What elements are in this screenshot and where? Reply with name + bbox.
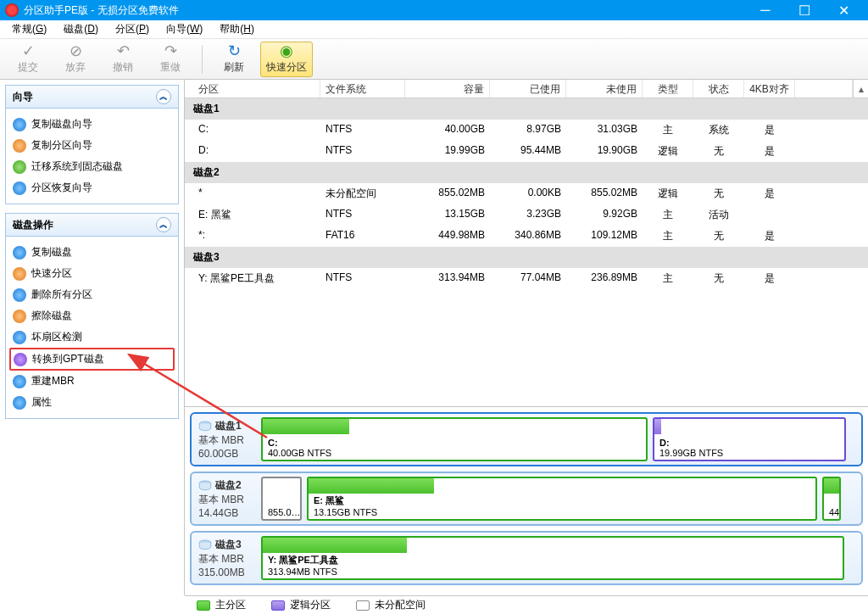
diskops-panel: 磁盘操作 ︽ 复制磁盘快速分区删除所有分区擦除磁盘坏扇区检测转换到GPT磁盘重建… [5,213,179,419]
sidebar-item-label: 坏扇区检测 [31,330,82,344]
sidebar-item-icon [13,310,26,323]
sidebar: 向导 ︽ 复制磁盘向导复制分区向导迁移系统到固态磁盘分区恢复向导 磁盘操作 ︽ … [0,80,185,595]
globe-icon: ◉ [280,43,293,59]
panel-title: 磁盘操作 [13,218,53,232]
col-capacity[interactable]: 容量 [405,80,490,98]
partition-row[interactable]: D:NTFS19.99GB95.44MB19.90GB逻辑无是 [185,141,868,162]
sidebar-item[interactable]: 重建MBR [9,371,175,392]
chevron-up-icon[interactable]: ︽ [156,89,171,104]
sidebar-item-icon [13,118,26,131]
partition-bar[interactable]: C:40.00GB NTFS [261,417,648,461]
wizard-panel: 向导 ︽ 复制磁盘向导复制分区向导迁移系统到固态磁盘分区恢复向导 [5,85,179,204]
scroll-up-button[interactable]: ▴ [853,80,868,98]
col-filesystem[interactable]: 文件系统 [320,80,405,98]
diskops-panel-header[interactable]: 磁盘操作 ︽ [6,214,178,237]
sidebar-item[interactable]: 属性 [9,392,175,413]
discard-icon: ⊘ [70,43,82,59]
sidebar-item-icon [13,139,26,153]
partition-row[interactable]: *:FAT16449.98MB340.86MB109.12MB主无是 [185,226,868,247]
sidebar-item-label: 迁移系统到固态磁盘 [31,159,123,174]
partition-row[interactable]: *未分配空间855.02MB0.00KB855.02MB逻辑无是 [185,183,868,204]
partition-row[interactable]: E: 黑鲨NTFS13.15GB3.23GB9.92GB主活动 [185,204,868,226]
discard-button[interactable]: ⊘放弃 [54,42,97,77]
disk-info: 磁盘1基本 MBR60.00GB [195,417,256,461]
sidebar-item-icon [13,396,26,410]
quick-partition-button[interactable]: ◉快速分区 [260,42,313,77]
disk-icon: 磁盘1 [198,419,256,433]
window-title: 分区助手PE版 - 无损分区免费软件 [24,3,746,18]
menu-g[interactable]: 常规(G) [3,22,55,36]
sidebar-item-icon [13,160,26,174]
partition-row[interactable]: Y: 黑鲨PE工具盘NTFS313.94MB77.04MB236.89MB主无是 [185,268,868,289]
menu-d[interactable]: 磁盘(D) [55,22,107,36]
partition-bar[interactable]: Y: 黑鲨PE工具盘313.94MB NTFS [261,536,844,580]
col-state[interactable]: 状态 [693,80,744,98]
disk-info: 磁盘2基本 MBR14.44GB [195,477,256,521]
sidebar-item-label: 属性 [31,395,52,410]
grid-header: 分区 文件系统 容量 已使用 未使用 类型 状态 4KB对齐 ▴ [185,80,868,98]
submit-button[interactable]: ✓提交 [7,42,49,77]
redo-button[interactable]: ↷重做 [149,42,192,77]
legend-unalloc: 未分配空间 [356,598,426,612]
sidebar-item[interactable]: 复制分区向导 [9,135,175,156]
sidebar-item[interactable]: 分区恢复向导 [9,177,175,198]
refresh-icon: ↻ [228,43,241,59]
close-button[interactable]: ✕ [824,3,863,19]
sidebar-item[interactable]: 复制磁盘 [9,242,175,263]
panel-title: 向导 [13,90,33,104]
sidebar-item-icon [13,181,26,195]
col-unused[interactable]: 未使用 [566,80,643,98]
menu-h[interactable]: 帮助(H) [211,22,263,36]
sidebar-item-label: 快速分区 [31,266,72,281]
sidebar-item[interactable]: 复制磁盘向导 [9,114,175,135]
partition-bar[interactable]: D:19.99GB NTFS [653,417,846,461]
menu-w[interactable]: 向导(W) [158,22,211,36]
sidebar-item-label: 复制磁盘向导 [31,117,92,131]
sidebar-item-icon [13,331,26,344]
menu-p[interactable]: 分区(P) [107,22,158,36]
col-align[interactable]: 4KB对齐 [744,80,795,98]
sidebar-item-label: 重建MBR [31,374,75,388]
partition-bar[interactable]: 44… [822,477,841,521]
disk-map-area: 磁盘1基本 MBR60.00GBC:40.00GB NTFSD:19.99GB … [185,406,868,595]
sidebar-item[interactable]: 转换到GPT磁盘 [9,348,175,371]
partition-bar[interactable]: E: 黑鲨13.15GB NTFS [307,477,817,521]
sidebar-item[interactable]: 删除所有分区 [9,284,175,305]
disk-group-header[interactable]: 磁盘2 [185,162,868,183]
sidebar-item[interactable]: 迁移系统到固态磁盘 [9,156,175,177]
wizard-panel-header[interactable]: 向导 ︽ [6,86,178,109]
legend-bar: 主分区 逻辑分区 未分配空间 [185,595,868,614]
partition-bar[interactable]: 855.0… [261,477,302,521]
sidebar-item[interactable]: 擦除磁盘 [9,305,175,327]
maximize-button[interactable]: ☐ [785,3,824,19]
col-partition[interactable]: 分区 [185,80,320,98]
sidebar-item-label: 复制磁盘 [31,245,72,260]
toolbar: ✓提交 ⊘放弃 ↶撤销 ↷重做 ↻刷新 ◉快速分区 [0,39,868,80]
undo-button[interactable]: ↶撤销 [102,42,144,77]
content-area: 分区 文件系统 容量 已使用 未使用 类型 状态 4KB对齐 ▴ 磁盘1C:NT… [185,80,868,595]
disk-group-header[interactable]: 磁盘3 [185,247,868,268]
chevron-up-icon[interactable]: ︽ [156,217,171,232]
grid-body[interactable]: 磁盘1C:NTFS40.00GB8.97GB31.03GB主系统是D:NTFS1… [185,98,868,406]
disk-info: 磁盘3基本 MBR315.00MB [195,536,256,580]
partition-row[interactable]: C:NTFS40.00GB8.97GB31.03GB主系统是 [185,120,868,141]
sidebar-item[interactable]: 坏扇区检测 [9,327,175,348]
minimize-button[interactable]: ─ [746,3,785,18]
toolbar-separator [202,45,203,74]
disk-map[interactable]: 磁盘3基本 MBR315.00MBY: 黑鲨PE工具盘313.94MB NTFS [190,531,863,585]
disk-map[interactable]: 磁盘2基本 MBR14.44GB855.0…E: 黑鲨13.15GB NTFS4… [190,472,863,526]
refresh-button[interactable]: ↻刷新 [213,42,255,77]
sidebar-item-label: 删除所有分区 [31,287,92,302]
check-icon: ✓ [22,43,35,59]
disk-group-header[interactable]: 磁盘1 [185,98,868,120]
undo-icon: ↶ [117,43,130,59]
sidebar-item[interactable]: 快速分区 [9,263,175,284]
legend-logical: 逻辑分区 [271,598,331,612]
sidebar-item-label: 转换到GPT磁盘 [32,352,104,366]
sidebar-item-label: 擦除磁盘 [31,309,72,323]
disk-map[interactable]: 磁盘1基本 MBR60.00GBC:40.00GB NTFSD:19.99GB … [190,412,863,466]
sidebar-item-label: 分区恢复向导 [31,181,92,195]
col-used[interactable]: 已使用 [490,80,566,98]
disk-icon: 磁盘2 [198,478,256,493]
col-type[interactable]: 类型 [643,80,693,98]
